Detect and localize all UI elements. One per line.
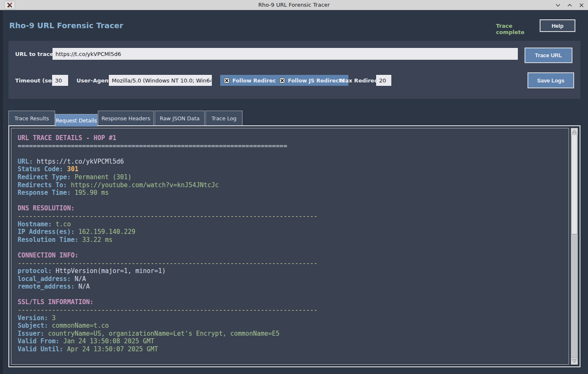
blank-line — [18, 244, 569, 252]
ssl-issuer-line: Issuer: countryName=US, organizationName… — [18, 330, 569, 338]
user-agent-label: User-Agent: — [76, 77, 113, 84]
dns-section-heading: DNS RESOLUTION: — [18, 204, 569, 212]
protocol-line: protocol: HttpVersion(major=1, minor=1) — [18, 267, 569, 275]
ssl-valid-until-line: Valid Until: Apr 24 13:50:07 2025 GMT — [18, 345, 569, 353]
x11-app-icon — [4, 1, 15, 9]
page-title: Rho-9 URL Forensic Tracer — [9, 21, 123, 30]
hostname-line: Hostname: t.co — [18, 220, 569, 228]
local-address-line: local_address: N/A — [18, 275, 569, 283]
status-text: Trace complete — [496, 23, 534, 35]
redirects-to-line: Redirects To: https://youtube.com/watch?… — [18, 181, 569, 189]
remote-address-line: remote_address: N/A — [18, 283, 569, 291]
ssl-subject-line: Subject: commonName=t.co — [18, 322, 569, 330]
blank-line — [18, 197, 569, 205]
ssl-section-heading: SSL/TLS INFORMATION: — [18, 298, 569, 306]
tab-trace-results[interactable]: Trace Results — [8, 111, 55, 125]
checkbox-checked-icon — [279, 78, 285, 83]
scroll-down-icon[interactable] — [571, 358, 577, 364]
timeout-input[interactable]: 30 — [52, 75, 68, 86]
blank-line — [18, 150, 569, 158]
max-redirects-input[interactable]: 20 — [376, 75, 391, 86]
blank-line — [18, 291, 569, 299]
trace-details-text[interactable]: URL TRACE DETAILS - HOP #1 =============… — [11, 128, 569, 365]
tab-response-headers[interactable]: Response Headers — [98, 111, 154, 125]
request-details-panel: URL TRACE DETAILS - HOP #1 =============… — [8, 125, 580, 367]
close-icon[interactable] — [578, 2, 585, 8]
trace-title: URL TRACE DETAILS - HOP #1 — [18, 134, 569, 142]
help-button[interactable]: Help — [540, 19, 575, 32]
separator-equals: ========================================… — [18, 142, 569, 150]
url-label: URL to trace: — [15, 51, 55, 57]
window-titlebar: Rho-9 URL Forensic Tracer — [0, 0, 588, 10]
window-left-edge — [0, 10, 3, 374]
ssl-version-line: Version: 3 — [18, 314, 569, 322]
tab-request-details[interactable]: Request Details — [55, 114, 98, 127]
user-agent-input[interactable]: Mozilla/5.0 (Windows NT 10.0; Win64; x64… — [109, 75, 212, 86]
save-logs-button[interactable]: Save Logs — [527, 72, 574, 88]
response-time-line: Response Time: 195.90 ms — [18, 189, 569, 197]
tab-raw-json-data[interactable]: Raw JSON Data — [155, 111, 205, 125]
minimize-icon[interactable] — [554, 2, 561, 8]
redirect-type-line: Redirect Type: Permanent (301) — [18, 173, 569, 181]
separator-dashes: ----------------------------------------… — [18, 306, 569, 314]
maximize-icon[interactable] — [566, 2, 573, 8]
ip-address-line: IP Address(es): 162.159.140.229 — [18, 228, 569, 236]
follow-js-redirects-label: Follow JS Redirects — [288, 77, 345, 84]
separator-dashes: ----------------------------------------… — [18, 260, 569, 268]
trace-url-line: URL: https://t.co/ykVPCMl5d6 — [18, 158, 569, 166]
separator-dashes: ----------------------------------------… — [18, 212, 569, 220]
scroll-up-icon[interactable] — [571, 128, 577, 135]
status-code-line: Status Code: 301 — [18, 165, 569, 173]
control-panel: URL to trace: https://t.co/ykVPCMl5d6 Tr… — [8, 41, 580, 99]
window-title: Rho-9 URL Forensic Tracer — [0, 2, 588, 8]
vertical-scrollbar[interactable] — [571, 128, 578, 365]
url-input[interactable]: https://t.co/ykVPCMl5d6 — [53, 48, 518, 60]
trace-url-button[interactable]: Trace URL — [525, 48, 572, 63]
ssl-valid-from-line: Valid From: Jan 24 13:50:08 2025 GMT — [18, 337, 569, 345]
tab-trace-log[interactable]: Trace Log — [206, 111, 243, 125]
checkbox-checked-icon — [224, 78, 229, 83]
resolution-time-line: Resolution Time: 33.22 ms — [18, 236, 569, 244]
scrollbar-thumb[interactable] — [571, 135, 577, 234]
connection-section-heading: CONNECTION INFO: — [18, 252, 569, 260]
follow-redirects-label: Follow Redirects — [232, 77, 281, 84]
follow-js-redirects-checkbox[interactable]: Follow JS Redirects — [276, 75, 348, 86]
